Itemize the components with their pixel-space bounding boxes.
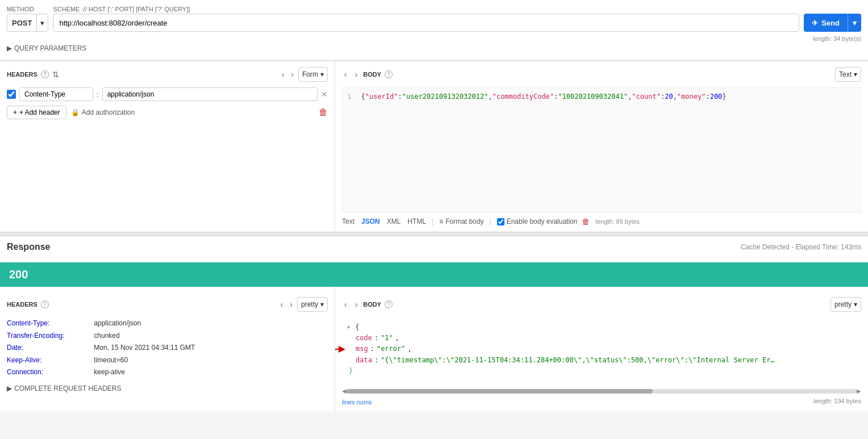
header-item-0: : ✕ bbox=[7, 87, 328, 101]
resp-body-nav-left[interactable]: ‹ bbox=[342, 300, 349, 309]
body-tab-html[interactable]: HTML bbox=[407, 218, 426, 225]
complete-req-label: COMPLETE REQUEST HEADERS bbox=[14, 384, 121, 392]
resp-body-format-label: pretty bbox=[834, 300, 852, 308]
resp-header-key-0: Content-Type: bbox=[7, 317, 92, 330]
delete-all-headers-button[interactable]: 🗑 bbox=[319, 107, 328, 118]
resp-body-help-icon[interactable]: ? bbox=[385, 300, 393, 308]
resp-header-val-1: chunked bbox=[94, 332, 119, 340]
resp-body-nav-right[interactable]: › bbox=[353, 300, 360, 309]
resp-body-editor: ▾ { code : "1", msg bbox=[342, 317, 861, 386]
delete-body-button[interactable]: 🗑 bbox=[582, 217, 590, 226]
query-params-label: QUERY PARAMETERS bbox=[14, 44, 86, 52]
resp-code-key: code bbox=[356, 333, 372, 344]
body-tab-json[interactable]: JSON bbox=[361, 218, 380, 225]
format-body-button[interactable]: ≡ Format body bbox=[439, 218, 483, 225]
format-body-label: Format body bbox=[445, 218, 483, 225]
response-header-row: Response Cache Detected - Elapsed Time: … bbox=[7, 242, 861, 252]
resp-header-item-0: Content-Type: application/json bbox=[7, 317, 328, 330]
query-params-arrow: ▶ bbox=[7, 44, 12, 52]
cache-info: Cache Detected - Elapsed Time: 143ms bbox=[741, 243, 861, 251]
resp-body-close-brace: } bbox=[347, 366, 857, 377]
enable-eval-label[interactable]: Enable body evaluation bbox=[497, 218, 578, 225]
line-number-1: 1 bbox=[347, 93, 351, 101]
resp-header-val-4: keep-alive bbox=[94, 368, 125, 376]
headers-nav-left[interactable]: ‹ bbox=[279, 70, 287, 79]
resp-body-format-select[interactable]: pretty ▾ bbox=[831, 297, 861, 312]
scrollbar-track[interactable] bbox=[347, 389, 857, 394]
resp-code-val: "1" bbox=[381, 333, 393, 344]
body-editor[interactable]: 1 {"userId":"user202109132032012","commo… bbox=[342, 87, 861, 212]
scroll-right-arrow[interactable]: ▶ bbox=[857, 388, 861, 394]
resp-body-length: length: 194 bytes bbox=[813, 398, 861, 404]
query-params-toggle[interactable]: ▶ QUERY PARAMETERS bbox=[7, 42, 861, 55]
headers-nav-right[interactable]: › bbox=[289, 70, 296, 79]
body-title: BODY bbox=[363, 71, 381, 78]
red-arrow-icon bbox=[335, 344, 347, 355]
enable-eval-checkbox[interactable] bbox=[497, 218, 504, 225]
resp-data-key: data bbox=[356, 355, 372, 366]
header-value-0[interactable] bbox=[102, 87, 318, 101]
resp-body-title: BODY bbox=[363, 301, 381, 308]
url-input[interactable] bbox=[53, 14, 799, 32]
body-json-key-userid: "userId" bbox=[365, 93, 398, 101]
send-dropdown-arrow[interactable]: ▾ bbox=[848, 14, 861, 32]
resp-header-val-2: Mon, 15 Nov 2021 04:34:11 GMT bbox=[94, 344, 195, 352]
resp-body-code-line: code : "1", bbox=[347, 333, 857, 344]
headers-title: HEADERS bbox=[7, 71, 37, 78]
method-label: METHOD bbox=[7, 6, 48, 12]
body-json-key-count: "count" bbox=[632, 93, 661, 101]
header-key-0[interactable] bbox=[19, 87, 93, 101]
lines-nums-button[interactable]: lines nums bbox=[342, 399, 372, 405]
headers-format-select[interactable]: Form ▾ bbox=[298, 67, 328, 82]
url-length: length: 34 byte(s) bbox=[7, 35, 861, 42]
body-tab-text[interactable]: Text bbox=[342, 218, 354, 225]
body-json-key-money: "money" bbox=[677, 93, 706, 101]
resp-body-format-arrow: ▾ bbox=[854, 300, 857, 308]
resp-headers-nav-right[interactable]: › bbox=[287, 300, 295, 309]
method-select[interactable]: POST ▾ bbox=[7, 14, 48, 32]
body-text-format-select[interactable]: Text ▾ bbox=[835, 67, 861, 82]
body-length: length: 89 bytes bbox=[595, 218, 640, 225]
resp-header-item-3: Keep-Alive: timeout=60 bbox=[7, 354, 328, 367]
body-text-format-label: Text bbox=[839, 70, 852, 78]
resp-header-key-3: Keep-Alive: bbox=[7, 354, 92, 367]
body-json-val-count: 20 bbox=[665, 93, 673, 101]
section-divider bbox=[0, 232, 868, 236]
resp-data-val: "{\"timestamp\":\"2021-11-15T04:34:11.28… bbox=[381, 355, 778, 366]
body-json-val-userid: "user202109132032012" bbox=[402, 93, 489, 101]
headers-format-arrow: ▾ bbox=[320, 70, 324, 78]
resp-headers-format-arrow: ▾ bbox=[320, 300, 324, 308]
scroll-left-arrow[interactable]: ◀ bbox=[342, 388, 347, 394]
resp-headers-format-label: pretty bbox=[301, 300, 318, 308]
horizontal-scrollbar[interactable]: ◀ ▶ bbox=[342, 388, 861, 394]
resp-msg-val: "error" bbox=[377, 344, 406, 354]
resp-headers-help-icon[interactable]: ? bbox=[41, 300, 49, 308]
header-colon-0: : bbox=[97, 90, 99, 99]
headers-sort-icon[interactable]: ⇅ bbox=[52, 70, 59, 79]
complete-req-button[interactable]: ▶ COMPLETE REQUEST HEADERS bbox=[7, 384, 328, 392]
body-json-val-money: 200 bbox=[710, 93, 723, 101]
method-dropdown-arrow[interactable]: ▾ bbox=[36, 14, 48, 31]
resp-headers-format-select[interactable]: pretty ▾ bbox=[297, 297, 328, 312]
resp-header-item-2: Date: Mon, 15 Nov 2021 04:34:11 GMT bbox=[7, 342, 328, 354]
enable-eval-text: Enable body evaluation bbox=[507, 218, 578, 225]
send-label: Send bbox=[821, 19, 840, 27]
body-tab-xml[interactable]: XML bbox=[387, 218, 401, 225]
resp-msg-key: msg bbox=[356, 344, 368, 354]
body-nav-right[interactable]: › bbox=[353, 70, 360, 79]
resp-headers-nav-left[interactable]: ‹ bbox=[278, 300, 286, 309]
body-nav-left[interactable]: ‹ bbox=[342, 70, 349, 79]
method-value: POST bbox=[7, 19, 36, 27]
send-button[interactable]: ✈ Send ▾ bbox=[804, 14, 861, 32]
header-checkbox-0[interactable] bbox=[7, 90, 16, 99]
header-delete-0[interactable]: ✕ bbox=[321, 90, 328, 99]
send-icon: ✈ bbox=[812, 19, 818, 27]
add-header-label: + Add header bbox=[19, 108, 60, 116]
add-auth-button[interactable]: 🔒 Add authorization bbox=[71, 108, 135, 116]
body-json-open: { bbox=[361, 93, 365, 101]
body-help-icon[interactable]: ? bbox=[385, 70, 393, 78]
collapse-icon[interactable]: ▾ bbox=[347, 322, 350, 333]
add-header-button[interactable]: + + Add header bbox=[7, 106, 66, 119]
scrollbar-thumb[interactable] bbox=[347, 389, 653, 394]
headers-help-icon[interactable]: ? bbox=[41, 70, 49, 78]
